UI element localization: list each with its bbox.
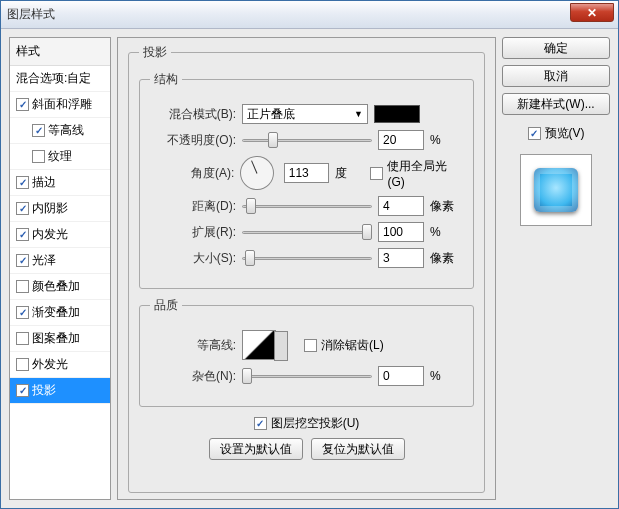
size-input[interactable]: 3 [378, 248, 424, 268]
quality-group: 品质 等高线: 消除锯齿(L) 杂色(N): 0 [139, 297, 474, 407]
styles-header: 样式 [10, 38, 110, 66]
blend-mode-value: 正片叠底 [247, 106, 295, 123]
preview-box [520, 154, 592, 226]
size-unit: 像素 [430, 250, 460, 267]
noise-slider[interactable] [242, 367, 372, 385]
style-item-label: 外发光 [32, 356, 68, 373]
style-item[interactable]: 颜色叠加 [10, 274, 110, 300]
checkbox-icon [16, 358, 29, 371]
preview-checkbox[interactable]: 预览(V) [502, 125, 610, 142]
style-item[interactable]: 等高线 [10, 118, 110, 144]
right-column: 确定 取消 新建样式(W)... 预览(V) [502, 37, 610, 500]
style-item[interactable]: 图案叠加 [10, 326, 110, 352]
checkbox-icon [304, 339, 317, 352]
global-light-label: 使用全局光(G) [387, 158, 463, 189]
quality-title: 品质 [150, 297, 182, 314]
blend-options-item[interactable]: 混合选项:自定 [10, 66, 110, 92]
checkbox-icon [254, 417, 267, 430]
global-light-checkbox[interactable]: 使用全局光(G) [370, 158, 463, 189]
checkbox-icon [16, 332, 29, 345]
style-item[interactable]: 内阴影 [10, 196, 110, 222]
checkbox-icon [32, 150, 45, 163]
checkbox-icon [16, 306, 29, 319]
dialog-content: 样式 混合选项:自定 斜面和浮雕等高线纹理描边内阴影内发光光泽颜色叠加渐变叠加图… [1, 29, 618, 508]
spread-slider[interactable] [242, 223, 372, 241]
checkbox-icon [16, 228, 29, 241]
style-item[interactable]: 内发光 [10, 222, 110, 248]
style-item[interactable]: 光泽 [10, 248, 110, 274]
close-icon: ✕ [587, 6, 597, 20]
preview-label: 预览(V) [545, 125, 585, 142]
opacity-label: 不透明度(O): [150, 132, 236, 149]
close-button[interactable]: ✕ [570, 3, 614, 22]
noise-unit: % [430, 369, 460, 383]
settings-panel: 投影 结构 混合模式(B): 正片叠底 ▼ 不透明度(O): [117, 37, 496, 500]
style-item-label: 斜面和浮雕 [32, 96, 92, 113]
style-item-label: 投影 [32, 382, 56, 399]
checkbox-icon [16, 98, 29, 111]
structure-group: 结构 混合模式(B): 正片叠底 ▼ 不透明度(O): 20 % [139, 71, 474, 289]
checkbox-icon [16, 176, 29, 189]
blend-options-label: 混合选项:自定 [16, 70, 91, 87]
style-item-label: 渐变叠加 [32, 304, 80, 321]
checkbox-icon [16, 384, 29, 397]
angle-unit: 度 [335, 165, 364, 182]
knockout-checkbox[interactable]: 图层挖空投影(U) [254, 415, 360, 432]
window-title: 图层样式 [7, 6, 55, 23]
cancel-button[interactable]: 取消 [502, 65, 610, 87]
size-slider[interactable] [242, 249, 372, 267]
style-item[interactable]: 渐变叠加 [10, 300, 110, 326]
size-label: 大小(S): [150, 250, 236, 267]
style-item-label: 描边 [32, 174, 56, 191]
style-item[interactable]: 描边 [10, 170, 110, 196]
knockout-label: 图层挖空投影(U) [271, 415, 360, 432]
contour-picker[interactable] [242, 330, 276, 360]
style-item-label: 内发光 [32, 226, 68, 243]
opacity-input[interactable]: 20 [378, 130, 424, 150]
noise-label: 杂色(N): [150, 368, 236, 385]
opacity-slider[interactable] [242, 131, 372, 149]
style-item[interactable]: 投影 [10, 378, 110, 404]
style-item-label: 等高线 [48, 122, 84, 139]
structure-title: 结构 [150, 71, 182, 88]
opacity-unit: % [430, 133, 460, 147]
style-item[interactable]: 外发光 [10, 352, 110, 378]
blend-mode-label: 混合模式(B): [150, 106, 236, 123]
styles-list: 混合选项:自定 斜面和浮雕等高线纹理描边内阴影内发光光泽颜色叠加渐变叠加图案叠加… [10, 66, 110, 499]
distance-slider[interactable] [242, 197, 372, 215]
ok-button[interactable]: 确定 [502, 37, 610, 59]
spread-input[interactable]: 100 [378, 222, 424, 242]
spread-unit: % [430, 225, 460, 239]
checkbox-icon [370, 167, 383, 180]
distance-label: 距离(D): [150, 198, 236, 215]
styles-list-panel: 样式 混合选项:自定 斜面和浮雕等高线纹理描边内阴影内发光光泽颜色叠加渐变叠加图… [9, 37, 111, 500]
blend-mode-select[interactable]: 正片叠底 ▼ [242, 104, 368, 124]
style-item[interactable]: 斜面和浮雕 [10, 92, 110, 118]
chevron-down-icon: ▼ [354, 109, 363, 119]
style-item-label: 纹理 [48, 148, 72, 165]
titlebar[interactable]: 图层样式 ✕ [1, 1, 618, 29]
angle-dial[interactable] [240, 156, 273, 190]
noise-input[interactable]: 0 [378, 366, 424, 386]
style-item[interactable]: 纹理 [10, 144, 110, 170]
checkbox-icon [528, 127, 541, 140]
distance-unit: 像素 [430, 198, 460, 215]
contour-label: 等高线: [150, 337, 236, 354]
angle-label: 角度(A): [150, 165, 234, 182]
style-item-label: 图案叠加 [32, 330, 80, 347]
checkbox-icon [16, 202, 29, 215]
spread-label: 扩展(R): [150, 224, 236, 241]
shadow-color-swatch[interactable] [374, 105, 420, 123]
new-style-button[interactable]: 新建样式(W)... [502, 93, 610, 115]
layer-style-dialog: 图层样式 ✕ 样式 混合选项:自定 斜面和浮雕等高线纹理描边内阴影内发光光泽颜色… [0, 0, 619, 509]
reset-default-button[interactable]: 复位为默认值 [311, 438, 405, 460]
preview-thumbnail [534, 168, 578, 212]
antialias-checkbox[interactable]: 消除锯齿(L) [304, 337, 384, 354]
checkbox-icon [32, 124, 45, 137]
antialias-label: 消除锯齿(L) [321, 337, 384, 354]
checkbox-icon [16, 254, 29, 267]
angle-input[interactable]: 113 [284, 163, 329, 183]
distance-input[interactable]: 4 [378, 196, 424, 216]
effect-group: 投影 结构 混合模式(B): 正片叠底 ▼ 不透明度(O): [128, 44, 485, 493]
set-default-button[interactable]: 设置为默认值 [209, 438, 303, 460]
